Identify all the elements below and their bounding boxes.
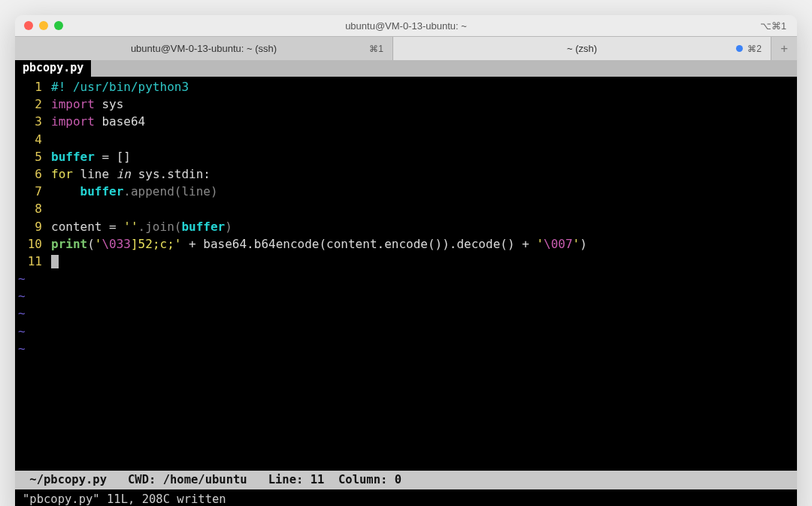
vim-tab-current[interactable]: pbcopy.py: [15, 60, 91, 77]
tab-label: ubuntu@VM-0-13-ubuntu: ~ (ssh): [131, 43, 277, 54]
code-line: 11: [15, 253, 797, 270]
terminal-body[interactable]: pbcopy.py 1#! /usr/bin/python3 2import s…: [15, 60, 797, 506]
code-line: 5buffer = []: [15, 148, 797, 165]
window-title: ubuntu@VM-0-13-ubuntu: ~: [15, 20, 797, 32]
tab-zsh[interactable]: ~ (zsh) ⌘2: [393, 37, 771, 60]
tab-label: ~ (zsh): [567, 43, 597, 54]
vim-tabline: pbcopy.py: [15, 60, 797, 77]
code-line: 10print('\033]52;c;' + base64.b64encode(…: [15, 235, 797, 253]
traffic-lights: [24, 21, 63, 30]
editor-area[interactable]: 1#! /usr/bin/python3 2import sys 3import…: [15, 77, 797, 471]
terminal-window: ubuntu@VM-0-13-ubuntu: ~ ⌥⌘1 ubuntu@VM-0…: [15, 15, 797, 506]
code-line: 9content = ''.join(buffer): [15, 218, 797, 235]
empty-line-tilde: ~: [15, 305, 797, 322]
add-tab-button[interactable]: +: [771, 37, 797, 60]
titlebar: ubuntu@VM-0-13-ubuntu: ~ ⌥⌘1: [15, 15, 797, 36]
code-line: 3import base64: [15, 113, 797, 130]
tab-ssh[interactable]: ubuntu@VM-0-13-ubuntu: ~ (ssh) ⌘1: [15, 37, 393, 60]
code-line: 4: [15, 131, 797, 148]
window-shortcut: ⌥⌘1: [760, 20, 786, 32]
code-line: 2import sys: [15, 95, 797, 113]
empty-line-tilde: ~: [15, 287, 797, 305]
empty-line-tilde: ~: [15, 270, 797, 287]
tab-shortcut: ⌘1: [369, 44, 383, 54]
cursor-icon: [51, 255, 59, 268]
empty-line-tilde: ~: [15, 323, 797, 340]
code-line: 6for line in sys.stdin:: [15, 165, 797, 183]
tabbar: ubuntu@VM-0-13-ubuntu: ~ (ssh) ⌘1 ~ (zsh…: [15, 36, 797, 60]
zoom-icon[interactable]: [54, 21, 63, 30]
code-line: 8: [15, 200, 797, 217]
close-icon[interactable]: [24, 21, 33, 30]
tab-shortcut: ⌘2: [736, 44, 762, 54]
code-line: 1#! /usr/bin/python3: [15, 78, 797, 95]
vim-message: "pbcopy.py" 11L, 208C written: [15, 489, 797, 506]
vim-statusline: ~/pbcopy.py CWD: /home/ubuntu Line: 11 C…: [15, 471, 797, 489]
empty-line-tilde: ~: [15, 340, 797, 357]
code-line: 7 buffer.append(line): [15, 183, 797, 200]
dot-icon: [736, 45, 743, 52]
minimize-icon[interactable]: [39, 21, 48, 30]
